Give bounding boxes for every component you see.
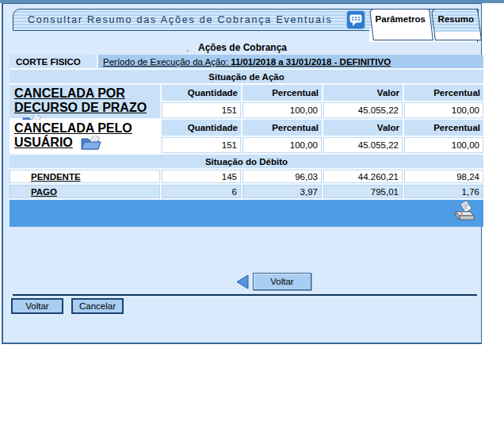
summary-table: CORTE FISICO Período de Execução da Ação… — [10, 55, 483, 227]
value-cell: 6 — [162, 185, 241, 198]
value-cell: 145 — [162, 170, 241, 183]
pendente-link[interactable]: PENDENTE — [31, 172, 81, 182]
cancelada-usuario-link[interactable]: CANCELADA PELO USUÁRIO — [14, 121, 132, 149]
col-header-percentual2: Percentual — [404, 85, 483, 101]
cancelada-decurso-link[interactable]: CANCELADA POR DECURSO DE PRAZO — [14, 86, 147, 114]
voltar-center-button[interactable]: Voltar — [253, 273, 311, 290]
cancelar-button[interactable]: Cancelar — [71, 298, 124, 314]
value-cell: 151 — [162, 137, 241, 153]
pago-link[interactable]: PAGO — [31, 187, 57, 197]
value-cell: 44.260,21 — [323, 170, 403, 183]
help-chat-icon[interactable] — [346, 10, 365, 29]
situacao-acao-header: Situação de Ação — [10, 70, 483, 83]
col-header-valor: Valor — [323, 120, 403, 136]
col-header-percentual: Percentual — [242, 85, 322, 101]
tab-resumo-label: Resumo — [437, 14, 473, 24]
debito-row-label: PENDENTE — [10, 170, 160, 183]
tab-parametros-label: Parâmetros — [376, 14, 426, 24]
period-cell: Período de Execução da Ação: 11/01/2018 … — [98, 55, 483, 68]
value-cell: 100,00 — [242, 137, 322, 153]
value-cell: 98,24 — [404, 170, 483, 183]
footer-divider — [13, 294, 477, 296]
printer-icon[interactable] — [452, 201, 477, 226]
period-link[interactable]: Período de Execução da Ação: 11/01/2018 … — [103, 57, 391, 67]
section-title: Ações de Cobrança — [10, 42, 475, 53]
col-header-percentual: Percentual — [242, 120, 322, 136]
table-footer-bar — [10, 200, 483, 227]
col-header-valor: Valor — [323, 85, 403, 101]
main-panel: Consultar Resumo das Ações de Cobrança E… — [2, 3, 482, 344]
acao-row-label-cell: CANCELADA POR DECURSO DE PRAZO — [10, 85, 160, 118]
value-cell: 3,97 — [242, 185, 322, 198]
page: Consultar Resumo das Ações de Cobrança E… — [0, 0, 504, 425]
value-cell: 45.055,22 — [323, 102, 403, 118]
col-header-quantidade: Quantidade — [162, 120, 241, 136]
col-header-quantidade: Quantidade — [162, 85, 241, 101]
col-header-percentual2: Percentual — [404, 120, 483, 136]
tab-resumo[interactable]: Resumo — [431, 9, 482, 40]
back-arrow-icon[interactable] — [236, 274, 249, 293]
voltar-button[interactable]: Voltar — [11, 298, 63, 314]
folder-icon[interactable] — [81, 136, 101, 154]
value-cell: 795,01 — [323, 185, 403, 198]
value-cell: 100,00 — [404, 137, 483, 153]
value-cell: 96,03 — [242, 170, 322, 183]
debito-row-label: PAGO — [10, 185, 160, 198]
action-type-label: CORTE FISICO — [10, 55, 97, 68]
tab-parametros[interactable]: Parâmetros — [369, 9, 433, 40]
value-cell: 100,00 — [404, 102, 483, 118]
value-cell: 45.055,22 — [323, 137, 403, 153]
acao-row-label-cell: CANCELADA PELO USUÁRIO — [10, 120, 160, 153]
value-cell: 100,00 — [242, 102, 322, 118]
situacao-debito-header: Situação do Débito — [10, 155, 483, 168]
value-cell: 1,76 — [404, 185, 483, 198]
value-cell: 151 — [162, 102, 241, 118]
